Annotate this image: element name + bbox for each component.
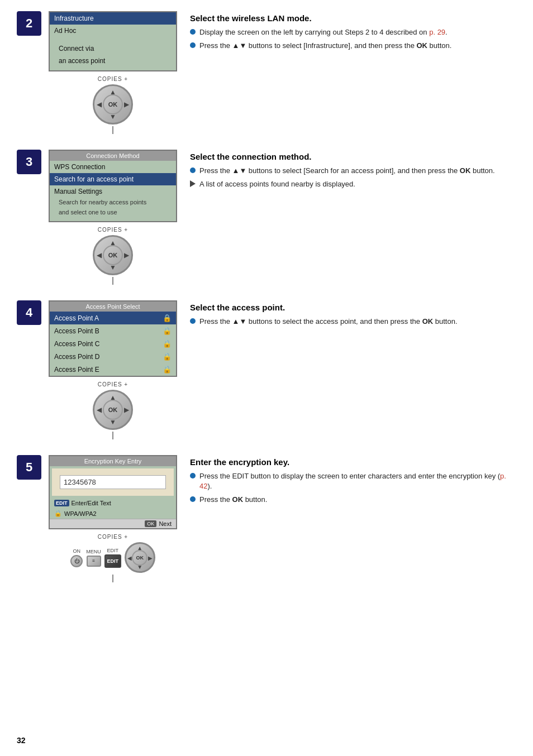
ok-button-4[interactable]: OK: [103, 400, 123, 420]
step-5-right: Enter the encryption key. Press the EDIT…: [190, 455, 516, 509]
step-5-title: Enter the encryption key.: [190, 457, 516, 467]
arrow-down-2: ▼: [110, 113, 116, 121]
on-btn[interactable]: ON ⏻: [70, 548, 83, 567]
lock-icon-c: 🔒: [163, 339, 172, 348]
step-4-screen: Access Point Select Access Point A 🔒 Acc…: [49, 300, 177, 377]
next-label: Next: [159, 520, 172, 527]
copies-label-5: COPIES +: [98, 534, 128, 540]
step-4-bullets: Press the ▲▼ buttons to select the acces…: [190, 317, 516, 327]
lcd-access-point: an access point: [50, 55, 176, 67]
arrow-right-5: ▶: [148, 554, 153, 561]
on-circle[interactable]: ⏻: [70, 555, 83, 567]
wpa-label: WPA/WPA2: [64, 510, 97, 517]
step-3-bullet-1: Press the ▲▼ buttons to select [Search f…: [190, 166, 516, 176]
lcd-ap-b: Access Point B 🔒: [50, 324, 176, 337]
edit-label: Enter/Edit Text: [72, 500, 111, 506]
ok-ring-2[interactable]: ▲ ▼ ◀ ▶ OK: [93, 84, 133, 125]
arrow-down-4: ▼: [110, 418, 116, 426]
ok-ring-5[interactable]: ▲ ▼ ◀ ▶ OK: [125, 542, 155, 573]
lcd-search-access: Search for an access point: [50, 173, 176, 185]
step-2-bullet-1: Display the screen on the left by carryi…: [190, 27, 516, 37]
menu-rect[interactable]: ≡: [87, 556, 101, 567]
lock-icon-b: 🔒: [163, 327, 172, 335]
arrow-up-5: ▲: [137, 545, 142, 551]
step-2-bullets: Display the screen on the left by carryi…: [190, 27, 516, 51]
bullet-circle-2-1: [190, 29, 196, 35]
step-5-number: 5: [17, 455, 41, 480]
step-4-row: 4 Access Point Select Access Point A 🔒 A…: [17, 300, 516, 439]
lcd-encryption-input[interactable]: 12345678: [60, 475, 166, 489]
bullet-triangle-3-1: [190, 180, 196, 187]
ok-button-5[interactable]: OK: [132, 550, 147, 566]
lcd-infrastructure: Infrastructure: [50, 12, 176, 25]
arrow-right-2: ▶: [124, 101, 129, 108]
page: 2 Infrastructure Ad Hoc Connect via: [0, 0, 533, 756]
step-3-number: 3: [17, 150, 41, 174]
bullet-circle-5-2: [190, 496, 196, 502]
edit-label-device: EDIT: [107, 548, 118, 553]
link-p29[interactable]: p. 29: [429, 28, 445, 36]
step-3-left: 3 Connection Method WPS Connection Searc…: [17, 150, 179, 285]
page-number: 32: [17, 730, 516, 745]
arrow-down-5: ▼: [137, 564, 142, 570]
lcd-access-point-select-header: Access Point Select: [50, 302, 176, 312]
step-2-title: Select the wireless LAN mode.: [190, 13, 516, 23]
step-5-bullet-2: Press the OK button.: [190, 495, 516, 505]
copies-label-2: COPIES +: [98, 76, 128, 82]
link-p42[interactable]: p. 42: [199, 472, 506, 490]
edit-btn-device[interactable]: EDIT EDIT: [104, 548, 121, 568]
step-4-number: 4: [17, 300, 41, 325]
lcd-search-desc-1: Search for nearby access points: [50, 198, 176, 208]
on-label: ON: [73, 548, 81, 554]
step-2-bullet-2: Press the ▲▼ buttons to select [Infrastr…: [190, 41, 516, 51]
step-5-screen: Encryption Key Entry 12345678 EDIT Enter…: [49, 455, 177, 529]
lcd-connection-method-header: Connection Method: [50, 151, 176, 161]
step-2-number: 2: [17, 11, 41, 36]
step-3-bullets: Press the ▲▼ buttons to select [Search f…: [190, 166, 516, 189]
step-2-left: 2 Infrastructure Ad Hoc Connect via: [17, 11, 179, 134]
step-2-right: Select the wireless LAN mode. Display th…: [190, 11, 516, 54]
step-3-row: 3 Connection Method WPS Connection Searc…: [17, 150, 516, 285]
step-5-row: 5 Encryption Key Entry 12345678 EDIT Ent…: [17, 455, 516, 582]
step-4-ok-device: COPIES + ▲ ▼ ◀ ▶ OK: [93, 381, 133, 439]
ok-ring-4[interactable]: ▲ ▼ ◀ ▶ OK: [93, 390, 133, 430]
arrow-left-2: ◀: [97, 101, 102, 108]
arrow-left-5: ◀: [127, 554, 132, 561]
lock-icon-d: 🔒: [163, 352, 172, 361]
edit-btn-circle[interactable]: EDIT: [104, 554, 121, 568]
arrow-right-4: ▶: [124, 406, 129, 414]
step-4-title: Select the access point.: [190, 303, 516, 312]
lcd-wps: WPS Connection: [50, 161, 176, 173]
step-2-ok-device: COPIES + ▲ ▼ ◀ ▶ OK: [93, 76, 133, 134]
lcd-search-desc-2: and select one to use: [50, 208, 176, 218]
lcd-ap-e: Access Point E 🔒: [50, 363, 176, 376]
lcd-ap-a: Access Point A 🔒: [50, 312, 176, 324]
ok-ring-3[interactable]: ▲ ▼ ◀ ▶ OK: [93, 235, 133, 275]
arrow-down-3: ▼: [110, 264, 116, 271]
step-3-ok-device: COPIES + ▲ ▼ ◀ ▶ OK: [93, 227, 133, 285]
ok-button-2[interactable]: OK: [103, 94, 123, 114]
arrow-up-3: ▲: [110, 239, 116, 247]
lcd-connect-via: Connect via: [50, 42, 176, 55]
step-5-bullets: Press the EDIT button to display the scr…: [190, 471, 516, 505]
step-3-screen: Connection Method WPS Connection Search …: [49, 150, 177, 222]
lcd-ap-d: Access Point D 🔒: [50, 350, 176, 363]
step-5-left: 5 Encryption Key Entry 12345678 EDIT Ent…: [17, 455, 179, 582]
step-3-bullet-2: A list of access points found nearby is …: [190, 179, 516, 189]
step-4-bullet-1: Press the ▲▼ buttons to select the acces…: [190, 317, 516, 327]
lcd-lock-row: 🔒 WPA/WPA2: [50, 508, 176, 519]
bullet-circle-3-1: [190, 168, 196, 173]
menu-btn[interactable]: MENU ≡: [86, 549, 101, 567]
arrow-left-3: ◀: [97, 251, 102, 259]
lcd-edit-row: EDIT Enter/Edit Text: [50, 498, 176, 508]
copies-label-4: COPIES +: [98, 381, 128, 387]
lcd-adhoc: Ad Hoc: [50, 25, 176, 37]
ok-badge-next: OK: [145, 520, 156, 527]
arrow-left-4: ◀: [97, 406, 102, 414]
bullet-circle-5-1: [190, 473, 196, 479]
step-5-ok-device: COPIES + ON ⏻ MENU ≡: [70, 534, 155, 582]
step-3-right: Select the connection method. Press the …: [190, 150, 516, 193]
step-4-left: 4 Access Point Select Access Point A 🔒 A…: [17, 300, 179, 439]
ok-button-3[interactable]: OK: [103, 245, 123, 265]
arrow-up-4: ▲: [110, 394, 116, 401]
